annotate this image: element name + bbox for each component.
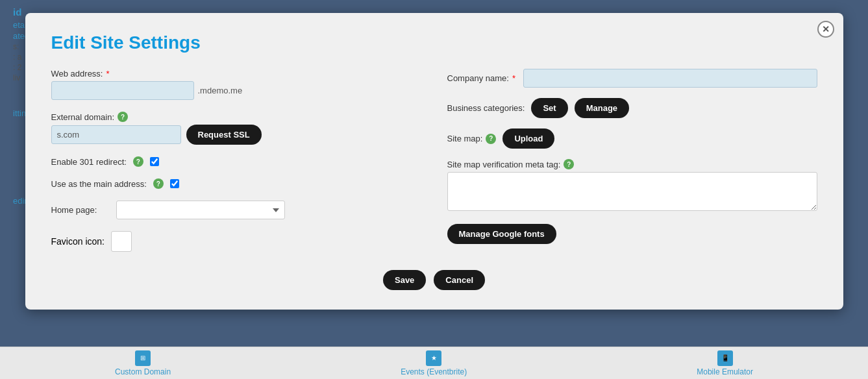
edit-site-settings-modal: ✕ Edit Site Settings Web address: * .mde… <box>25 13 843 310</box>
external-domain-help-icon[interactable]: ? <box>118 112 128 122</box>
enable-301-help-icon[interactable]: ? <box>133 156 143 167</box>
modal-left-column: Web address: * .mdemo.me External domain… <box>51 69 421 252</box>
modal-title: Edit Site Settings <box>51 32 817 53</box>
manage-google-fonts-button[interactable]: Manage Google fonts <box>447 224 556 244</box>
web-address-input[interactable] <box>51 81 194 100</box>
site-map-meta-textarea[interactable] <box>447 172 817 211</box>
company-name-input[interactable] <box>523 69 817 88</box>
site-map-meta-help-icon[interactable]: ? <box>564 159 574 169</box>
modal-footer: Save Cancel <box>51 270 817 290</box>
business-categories-label: Business categories: <box>447 103 525 113</box>
use-main-address-label: Use as the main address: <box>51 179 147 189</box>
modal-close-button[interactable]: ✕ <box>817 21 834 38</box>
site-map-row: Site map: ? Upload <box>447 128 817 149</box>
company-name-row: Company name: * <box>447 69 817 88</box>
home-page-label: Home page: <box>51 205 110 215</box>
site-map-meta-row: Site map verification meta tag: ? <box>447 159 817 211</box>
favicon-row: Favicon icon: <box>51 231 421 252</box>
favicon-box[interactable] <box>111 231 132 252</box>
external-domain-input[interactable] <box>51 125 181 144</box>
home-page-row: Home page: <box>51 201 421 219</box>
request-ssl-button[interactable]: Request SSL <box>186 125 262 145</box>
company-name-required: * <box>512 73 515 83</box>
favicon-label: Favicon icon: <box>51 236 105 247</box>
enable-301-row: Enable 301 redirect: ? <box>51 156 421 167</box>
external-domain-row: External domain: ? Request SSL <box>51 112 421 145</box>
manage-google-fonts-row: Manage Google fonts <box>447 224 817 244</box>
web-address-label: Web address: * <box>51 69 421 79</box>
business-categories-row: Business categories: Set Manage <box>447 98 817 118</box>
external-domain-label: External domain: ? <box>51 112 421 122</box>
use-main-address-row: Use as the main address: ? <box>51 178 421 189</box>
site-map-meta-label: Site map verification meta tag: ? <box>447 159 817 169</box>
web-address-row: Web address: * .mdemo.me <box>51 69 421 100</box>
domain-suffix: .mdemo.me <box>198 86 243 95</box>
modal-backdrop: ✕ Edit Site Settings Web address: * .mde… <box>0 0 868 379</box>
set-button[interactable]: Set <box>531 98 567 118</box>
enable-301-label: Enable 301 redirect: <box>51 157 127 167</box>
modal-body: Web address: * .mdemo.me External domain… <box>51 69 817 252</box>
manage-button[interactable]: Manage <box>575 98 629 118</box>
company-name-label: Company name: * <box>447 73 515 83</box>
modal-right-column: Company name: * Business categories: Set… <box>447 69 817 252</box>
site-map-help-icon[interactable]: ? <box>486 134 496 144</box>
external-domain-input-row: Request SSL <box>51 125 421 145</box>
upload-button[interactable]: Upload <box>502 128 554 149</box>
web-address-required: * <box>106 69 109 79</box>
web-address-input-row: .mdemo.me <box>51 81 421 100</box>
cancel-button[interactable]: Cancel <box>434 270 485 290</box>
site-map-label: Site map: ? <box>447 134 497 144</box>
use-main-address-help-icon[interactable]: ? <box>153 178 164 189</box>
use-main-address-checkbox[interactable] <box>170 179 179 188</box>
enable-301-checkbox[interactable] <box>150 157 159 166</box>
home-page-select[interactable] <box>116 201 285 219</box>
save-button[interactable]: Save <box>383 270 426 290</box>
